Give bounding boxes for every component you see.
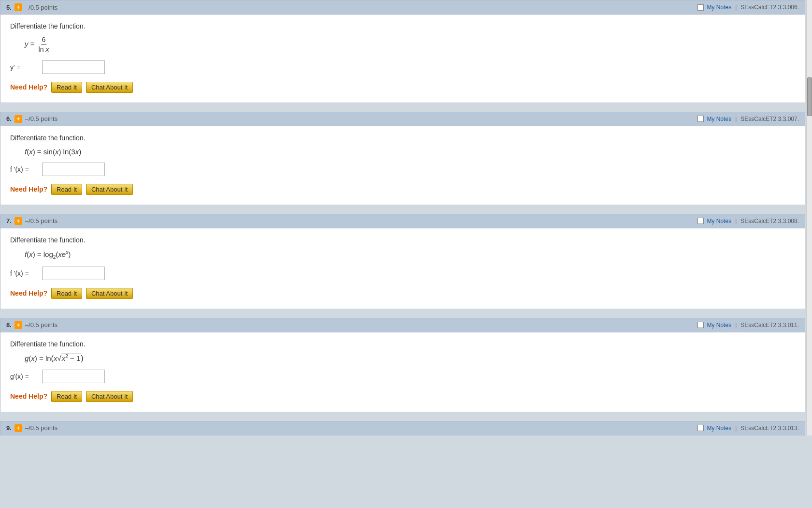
- question-7-formula: f(x) = log2(xex): [25, 250, 795, 260]
- question-5-body: Differentiate the function. y = 6 ln x y…: [0, 15, 805, 103]
- question-7-header: 7. + –/0.5 points My Notes | SEssCalcET2…: [0, 214, 805, 228]
- my-notes-checkbox-8[interactable]: [697, 322, 704, 328]
- question-5-need-help-label: Need Help?: [10, 83, 47, 91]
- question-9-header-right: My Notes | SEssCalcET2 3.3.013.: [697, 425, 799, 432]
- problem-id-5: SEssCalcET2 3.3.006.: [740, 4, 799, 11]
- question-9-header-left: 9. + –/0.5 points: [6, 424, 58, 432]
- separator-7: |: [735, 218, 737, 224]
- question-7-points: –/0.5 points: [25, 217, 58, 224]
- question-5-header-left: 5. + –/0.5 points: [6, 3, 58, 11]
- my-notes-link-6[interactable]: My Notes: [707, 116, 731, 122]
- problem-id-9: SEssCalcET2 3.3.013.: [740, 425, 799, 432]
- question-7-need-help: Need Help? Road It Chat About It: [10, 288, 795, 299]
- question-8-answer-label: g'(x) =: [10, 373, 39, 380]
- question-5-points: –/0.5 points: [25, 4, 58, 11]
- plus-icon-5[interactable]: +: [14, 3, 22, 11]
- question-5-formula: y = 6 ln x: [25, 36, 795, 54]
- problem-id-8: SEssCalcET2 3.3.011.: [740, 322, 799, 329]
- question-6-header-left: 6. + –/0.5 points: [6, 115, 58, 123]
- my-notes-link-9[interactable]: My Notes: [707, 425, 731, 432]
- my-notes-link-5[interactable]: My Notes: [707, 4, 731, 11]
- question-7: 7. + –/0.5 points My Notes | SEssCalcET2…: [0, 214, 805, 309]
- question-6-body: Differentiate the function. f(x) = sin(x…: [0, 126, 805, 205]
- question-7-instruction: Differentiate the function.: [10, 236, 795, 244]
- question-6-answer-input[interactable]: [42, 163, 105, 176]
- question-8-formula: g(x) = ln(x√x2 − 1): [25, 354, 795, 363]
- question-8-number: 8.: [6, 321, 12, 329]
- question-6-chat-btn[interactable]: Chat About It: [86, 184, 133, 195]
- question-6-answer-label: f '(x) =: [10, 165, 39, 173]
- problem-id-6: SEssCalcET2 3.3.007.: [740, 116, 799, 122]
- question-9: 9. + –/0.5 points My Notes | SEssCalcET2…: [0, 421, 805, 435]
- question-8-header: 8. + –/0.5 points My Notes | SEssCalcET2…: [0, 318, 805, 332]
- plus-icon-6[interactable]: +: [14, 115, 22, 123]
- question-8-header-right: My Notes | SEssCalcET2 3.3.011.: [697, 322, 799, 329]
- question-6-need-help: Need Help? Read It Chat About It: [10, 184, 795, 195]
- question-8-body: Differentiate the function. g(x) = ln(x√…: [0, 332, 805, 412]
- question-8-answer-input[interactable]: [42, 370, 105, 383]
- question-8-chat-btn[interactable]: Chat About It: [86, 391, 133, 402]
- question-5-read-it-btn[interactable]: Read It: [51, 82, 82, 93]
- question-6-header: 6. + –/0.5 points My Notes | SEssCalcET2…: [0, 112, 805, 126]
- separator-6: |: [735, 116, 737, 122]
- question-8-points: –/0.5 points: [25, 321, 58, 329]
- question-8: 8. + –/0.5 points My Notes | SEssCalcET2…: [0, 318, 805, 412]
- question-7-number: 7.: [6, 217, 12, 224]
- separator-9: |: [735, 425, 737, 432]
- question-6-instruction: Differentiate the function.: [10, 134, 795, 142]
- question-7-header-left: 7. + –/0.5 points: [6, 217, 58, 225]
- question-8-answer-row: g'(x) =: [10, 370, 795, 383]
- question-5-instruction: Differentiate the function.: [10, 22, 795, 30]
- plus-icon-7[interactable]: +: [14, 217, 22, 225]
- my-notes-checkbox-5[interactable]: [697, 4, 704, 11]
- question-8-instruction: Differentiate the function.: [10, 340, 795, 348]
- question-6-points: –/0.5 points: [25, 115, 58, 122]
- my-notes-link-8[interactable]: My Notes: [707, 322, 731, 329]
- question-5: 5. + –/0.5 points My Notes | SEssCalcET2…: [0, 0, 805, 103]
- plus-icon-9[interactable]: +: [14, 424, 22, 432]
- question-5-header-right: My Notes | SEssCalcET2 3.3.006.: [697, 4, 799, 11]
- scrollbar-track[interactable]: [806, 0, 812, 435]
- my-notes-checkbox-7[interactable]: [697, 218, 704, 224]
- question-8-need-help: Need Help? Read It Chat About It: [10, 391, 795, 402]
- question-5-answer-input[interactable]: [42, 60, 105, 74]
- question-8-read-it-btn[interactable]: Read It: [51, 391, 82, 402]
- question-5-answer-label: y' =: [10, 63, 39, 71]
- question-7-need-help-label: Need Help?: [10, 289, 47, 297]
- plus-icon-8[interactable]: +: [14, 321, 22, 329]
- question-5-number: 5.: [6, 4, 12, 11]
- question-7-answer-input[interactable]: [42, 267, 105, 280]
- question-6-formula: f(x) = sin(x) ln(3x): [25, 148, 795, 156]
- problem-id-7: SEssCalcET2 3.3.008.: [740, 218, 799, 224]
- question-6-read-it-btn[interactable]: Read It: [51, 184, 82, 195]
- question-5-answer-row: y' =: [10, 60, 795, 74]
- question-7-body: Differentiate the function. f(x) = log2(…: [0, 228, 805, 309]
- my-notes-link-7[interactable]: My Notes: [707, 218, 731, 224]
- question-8-header-left: 8. + –/0.5 points: [6, 321, 58, 329]
- question-6-number: 6.: [6, 115, 12, 122]
- question-6-header-right: My Notes | SEssCalcET2 3.3.007.: [697, 116, 799, 122]
- question-5-header: 5. + –/0.5 points My Notes | SEssCalcET2…: [0, 0, 805, 15]
- question-6-answer-row: f '(x) =: [10, 163, 795, 176]
- question-8-need-help-label: Need Help?: [10, 392, 47, 400]
- separator-8: |: [735, 322, 737, 329]
- question-9-points: –/0.5 points: [25, 424, 58, 432]
- my-notes-checkbox-6[interactable]: [697, 116, 704, 122]
- question-7-chat-btn[interactable]: Chat About It: [86, 288, 133, 299]
- question-9-number: 9.: [6, 424, 12, 432]
- question-9-header: 9. + –/0.5 points My Notes | SEssCalcET2…: [0, 421, 805, 435]
- question-5-need-help: Need Help? Read It Chat About It: [10, 82, 795, 93]
- question-5-chat-btn[interactable]: Chat About It: [86, 82, 133, 93]
- question-7-answer-label: f '(x) =: [10, 269, 39, 277]
- scrollbar-thumb[interactable]: [807, 77, 812, 116]
- question-6: 6. + –/0.5 points My Notes | SEssCalcET2…: [0, 112, 805, 205]
- question-7-header-right: My Notes | SEssCalcET2 3.3.008.: [697, 218, 799, 224]
- question-6-need-help-label: Need Help?: [10, 185, 47, 193]
- question-7-read-it-btn[interactable]: Road It: [51, 288, 82, 299]
- separator-5: |: [735, 4, 737, 11]
- my-notes-checkbox-9[interactable]: [697, 425, 704, 431]
- question-7-answer-row: f '(x) =: [10, 267, 795, 280]
